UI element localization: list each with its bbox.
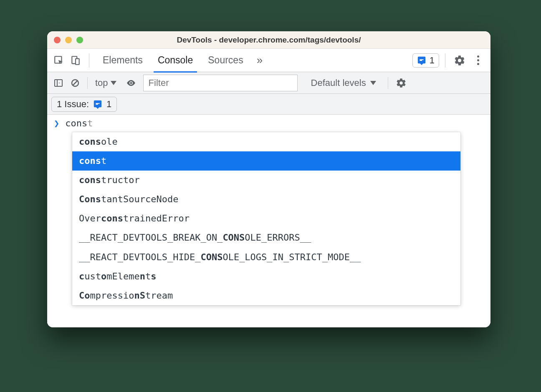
svg-rect-2 (76, 58, 79, 64)
levels-label: Default levels (311, 78, 366, 88)
autocomplete-item[interactable]: constructor (72, 171, 460, 190)
issues-chip[interactable]: 1 Issue: 1 (51, 97, 117, 112)
issues-count: 1 (430, 55, 435, 66)
issues-counter-button[interactable]: 1 (412, 53, 439, 68)
execution-context-select[interactable]: top (93, 78, 119, 88)
svg-rect-3 (55, 80, 62, 86)
tab-sources[interactable]: Sources (200, 49, 250, 72)
divider (388, 77, 388, 89)
main-toolbar: ElementsConsoleSources » 1 (47, 49, 490, 72)
divider (445, 53, 445, 68)
tab-elements[interactable]: Elements (95, 49, 150, 72)
toggle-console-sidebar-icon[interactable] (51, 76, 66, 90)
close-window-button[interactable] (54, 37, 61, 43)
autocomplete-item[interactable]: const (72, 151, 460, 171)
autocomplete-item[interactable]: console (72, 132, 460, 151)
issues-label: 1 Issue: (57, 99, 89, 110)
autocomplete-item[interactable]: customElements (72, 267, 460, 286)
console-toolbar: top Default levels (47, 72, 490, 94)
autocomplete-item[interactable]: ConstantSourceNode (72, 190, 460, 209)
kebab-menu-icon[interactable] (470, 52, 486, 69)
minimize-window-button[interactable] (65, 37, 72, 43)
autocomplete-item[interactable]: OverconstrainedError (72, 209, 460, 228)
console-settings-icon[interactable] (394, 75, 408, 91)
panel-tabs: ElementsConsoleSources (95, 49, 251, 72)
zoom-window-button[interactable] (76, 37, 83, 43)
devtools-window: DevTools - developer.chrome.com/tags/dev… (47, 31, 490, 327)
console-input-row[interactable]: ❯ const (47, 115, 490, 130)
live-expression-icon[interactable] (124, 76, 138, 90)
chevron-down-icon (111, 81, 116, 85)
traffic-lights (54, 37, 83, 43)
autocomplete-item[interactable]: CompressionStream (72, 286, 460, 305)
console-body: ❯ const consoleconstconstructorConstantS… (47, 115, 490, 327)
context-label: top (95, 78, 108, 88)
more-tabs-icon[interactable]: » (253, 54, 267, 67)
issues-chip-count: 1 (106, 99, 111, 110)
issues-bar: 1 Issue: 1 (47, 94, 490, 115)
autocomplete-item[interactable]: __REACT_DEVTOOLS_HIDE_CONSOLE_LOGS_IN_ST… (72, 248, 460, 267)
tab-console[interactable]: Console (150, 49, 200, 72)
autocomplete-popup: consoleconstconstructorConstantSourceNod… (72, 132, 460, 305)
inspect-element-icon[interactable] (51, 53, 66, 68)
chevron-down-icon (370, 81, 376, 85)
filter-input[interactable] (143, 75, 298, 91)
autocomplete-item[interactable]: __REACT_DEVTOOLS_BREAK_ON_CONSOLE_ERRORS… (72, 228, 460, 247)
log-levels-select[interactable]: Default levels (308, 78, 379, 88)
titlebar: DevTools - developer.chrome.com/tags/dev… (47, 31, 490, 49)
divider (89, 53, 89, 68)
device-toolbar-icon[interactable] (68, 53, 83, 68)
window-title: DevTools - developer.chrome.com/tags/dev… (47, 35, 490, 45)
prompt-icon: ❯ (54, 118, 59, 128)
divider (87, 77, 88, 89)
clear-console-icon[interactable] (68, 76, 82, 90)
console-input-text: const (65, 118, 93, 128)
settings-icon[interactable] (451, 52, 468, 69)
